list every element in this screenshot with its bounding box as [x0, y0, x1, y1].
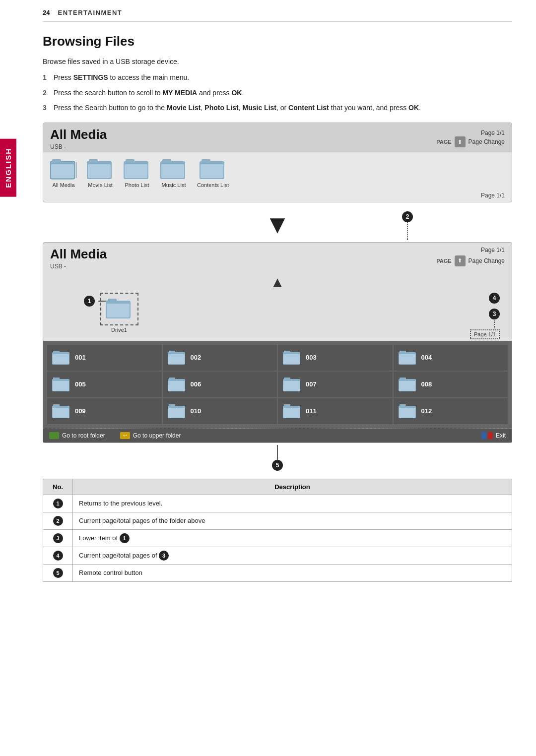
grid-folder-007[interactable]: 007	[278, 372, 393, 397]
svg-rect-30	[399, 354, 415, 364]
table-header-no: No.	[43, 479, 73, 495]
browser1-right-info: Page 1/1 PAGE ⬆ Page Change	[436, 129, 505, 147]
browser1-top-bar: All Media USB - Page 1/1 PAGE ⬆ Page Cha…	[43, 123, 512, 152]
grid-folder-002[interactable]: 002	[163, 345, 277, 371]
grid-folder-label-012: 012	[421, 407, 432, 415]
num-badge-4-ref: 3	[159, 551, 169, 561]
go-to-upper-action[interactable]: ↩ Go to upper folder	[120, 432, 181, 439]
table-row-1-desc: Returns to the previous level.	[73, 495, 512, 512]
grid-folder-003[interactable]: 003	[278, 345, 393, 371]
grid-folder-004[interactable]: 004	[394, 345, 508, 371]
svg-rect-31	[400, 351, 406, 354]
exit-action[interactable]: Exit	[481, 432, 506, 439]
grid-folder-icon-010	[168, 403, 187, 419]
grid-folder-icon-005	[52, 377, 71, 392]
action-bar: Go to root folder ↩ Go to upper folder E…	[43, 428, 512, 442]
grid-folder-label-004: 004	[421, 354, 432, 361]
folder-photo-list-label: Photo List	[125, 182, 149, 188]
grid-folder-label-007: 007	[306, 380, 317, 388]
arrow-up-icon: ▲	[50, 272, 505, 293]
step-2: 2 Press the search button to scroll to M…	[43, 87, 512, 98]
grid-folder-icon-001	[52, 350, 71, 366]
grid-folder-label-009: 009	[75, 407, 86, 415]
table-row-1: 1 Returns to the previous level.	[43, 495, 512, 512]
browser2-page-label: Page 1/1	[481, 247, 505, 253]
browser1-folder-row: All Media Movie List	[43, 152, 512, 191]
grid-folder-001[interactable]: 001	[47, 345, 162, 371]
svg-rect-42	[399, 381, 415, 391]
svg-rect-46	[53, 404, 60, 407]
drive1-folder[interactable]: Drive1	[100, 293, 138, 333]
folder-contents-list[interactable]: Contents List	[197, 157, 229, 188]
indicator-5-line	[277, 445, 278, 460]
browser2-subtitle: USB -	[50, 263, 107, 270]
svg-rect-13	[162, 159, 171, 163]
step3-ok: OK	[408, 104, 419, 112]
badge-3: 3	[489, 309, 500, 319]
contents-list-folder-icon	[200, 157, 226, 180]
grid-folder-008[interactable]: 008	[394, 372, 508, 397]
go-to-upper-label: Go to upper folder	[133, 432, 181, 439]
folder-movie-list[interactable]: Movie List	[87, 157, 114, 188]
grid-folder-010[interactable]: 010	[163, 398, 277, 424]
folder-contents-list-label: Contents List	[197, 182, 229, 188]
right-badges: 4 3 Page 1/1	[470, 293, 500, 339]
svg-rect-4	[76, 162, 77, 178]
badge-4: 4	[489, 293, 500, 304]
folder-all-media[interactable]: All Media	[50, 157, 77, 188]
table-row-4-num: 4	[43, 547, 73, 564]
grid-folder-icon-009	[52, 403, 71, 419]
page-icon: PAGE	[436, 139, 451, 145]
step3-movie: Movie List	[167, 104, 201, 112]
num-badge-2: 2	[53, 516, 63, 526]
svg-rect-19	[108, 299, 117, 303]
browser1-page-change-row: PAGE ⬆ Page Change	[436, 136, 505, 147]
browser2-header: All Media USB - Page 1/1 PAGE ⬆ Page Cha…	[43, 243, 512, 270]
page-change-icon-2[interactable]: ⬆	[455, 255, 466, 266]
grid-folder-icon-004	[399, 350, 417, 366]
drive-section: ▲ 1	[43, 270, 512, 337]
folder-photo-list[interactable]: Photo List	[124, 157, 150, 188]
go-to-root-action[interactable]: Go to root folder	[49, 432, 105, 439]
page-icon-2: PAGE	[436, 258, 451, 264]
step1-bold: SETTINGS	[73, 73, 108, 81]
page-change-icon[interactable]: ⬆	[455, 136, 466, 147]
browser2-right-info: Page 1/1 PAGE ⬆ Page Change	[436, 247, 505, 266]
browser2-page-change-label: Page Change	[469, 257, 505, 264]
grid-folder-009[interactable]: 009	[47, 398, 162, 424]
badge-2-indicator: 2	[402, 211, 413, 240]
table-row-3: 3 Lower item of 1	[43, 529, 512, 547]
photo-list-folder-icon	[124, 157, 150, 180]
browser1-subtitle: USB -	[50, 143, 107, 150]
table-row-5-num: 5	[43, 564, 73, 581]
arrow-down-icon: ▼	[265, 211, 290, 237]
steps-list: 1 Press SETTINGS to access the main menu…	[43, 72, 512, 113]
step-3: 3 Press the Search button to go to the M…	[43, 102, 512, 113]
browser1-title-area: All Media USB -	[50, 127, 107, 150]
browser1-bottom-bar: Page 1/1	[43, 191, 512, 202]
svg-rect-36	[168, 381, 185, 391]
svg-rect-28	[284, 351, 290, 354]
svg-rect-45	[53, 408, 69, 418]
table-row-5: 5 Remote control button	[43, 564, 512, 581]
svg-rect-16	[201, 159, 210, 163]
drive1-label: Drive1	[111, 327, 127, 333]
grid-folder-012[interactable]: 012	[394, 398, 508, 424]
svg-rect-22	[53, 351, 60, 354]
browser2-title-area: All Media USB -	[50, 247, 107, 270]
green-button	[49, 432, 59, 439]
exit-btn-blue	[481, 432, 486, 439]
num-badge-3: 3	[53, 533, 63, 543]
upper-icon: ↩	[123, 433, 127, 438]
step2-bold1: MY MEDIA	[162, 89, 197, 97]
svg-rect-10	[126, 159, 134, 163]
grid-folder-005[interactable]: 005	[47, 372, 162, 397]
grid-folder-011[interactable]: 011	[278, 398, 393, 424]
svg-rect-6	[88, 164, 111, 178]
grid-folder-label-011: 011	[306, 407, 317, 415]
grid-folder-006[interactable]: 006	[163, 372, 277, 397]
table-row-3-num: 3	[43, 529, 73, 547]
svg-rect-37	[169, 378, 175, 380]
folder-music-list[interactable]: Music List	[160, 157, 187, 188]
page-number: 24	[43, 9, 50, 16]
